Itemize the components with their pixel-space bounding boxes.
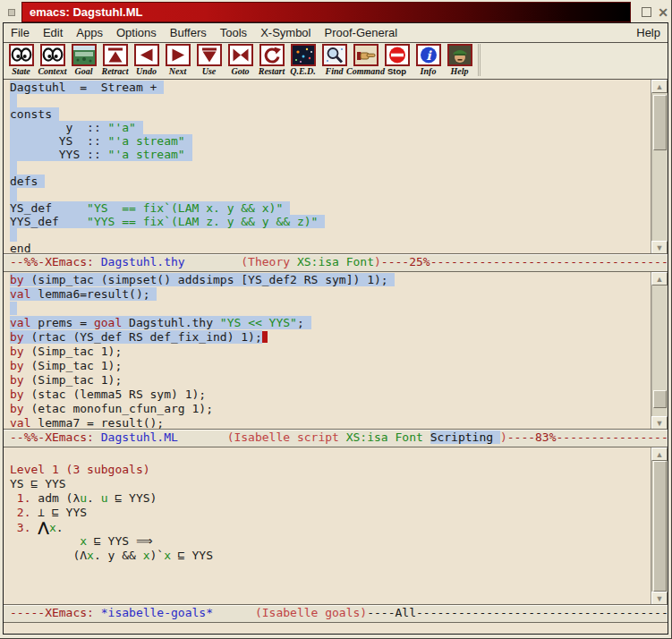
scrollbar-trough[interactable] [651,93,668,241]
xemacs-frame: emacs: Dagstuhl.ML ✕ FileEditAppsOptions… [0,0,672,639]
goals-buffer[interactable]: Level 1 (3 subgoals)YS ⊑ YYS 1. adm (λu.… [4,447,651,605]
menu-item-proof-general[interactable]: Proof-General [324,26,397,39]
toolbar-button-context[interactable]: Context [37,44,68,76]
buffer-line: val lemma7 = result(); [10,416,651,430]
processed-region-highlight: Dagstuhl = Stream + [10,81,164,94]
scroll-down-icon[interactable]: ▼ [651,592,668,605]
menu-item-apps[interactable]: Apps [76,26,103,39]
menu-item-help[interactable]: Help [636,26,660,39]
toolbar-button-label: Stop [387,66,406,76]
toolbar: State Context Goal Retract Undo Next Use… [4,43,668,80]
toolbar-button-goto[interactable]: Goto [225,44,256,76]
toolbar-button-restart[interactable]: Restart [256,44,287,76]
text-segment: by [10,345,24,358]
text-segment: defs [10,175,38,188]
menu-item-edit[interactable]: Edit [43,26,63,39]
scrollbar-thumb[interactable] [653,390,667,408]
buffer-line: 2. ⊥ ⊑ YYS [10,506,651,520]
close-icon[interactable]: ✕ [658,8,668,17]
text-segment: Level 1 (3 subgoals) [10,463,150,476]
text-segment: x [80,534,87,548]
buffer-line: by (Simp_tac 1); [10,345,651,359]
info-icon: i [416,44,441,66]
text-segment: x [87,549,94,562]
menu-item-buffers[interactable]: Buffers [170,26,207,39]
toolbar-button-stop[interactable]: Stop [381,44,413,76]
scrollbar-theory[interactable]: ▲▼ [651,80,668,254]
stop-icon [385,44,410,66]
text-cursor [262,331,268,343]
text-segment: by [10,402,24,415]
text-segment: . [56,521,64,534]
text-segment: 3. [10,521,38,534]
theory-buffer[interactable]: Dagstuhl = Stream + consts y :: "'a" YS … [4,80,651,254]
modeline-segment: ----83%---------------------------------… [507,430,668,444]
text-segment: x [164,549,171,562]
text-segment: . y && [94,549,143,562]
text-segment: y :: [10,121,108,134]
goto-icon [228,44,253,66]
text-segment: YS :: [10,134,108,148]
text-segment: (Λ [10,549,87,562]
text-segment: "YS == fix`(LAM x. y && x)" [87,201,283,215]
text-segment: YS_def [10,201,87,215]
toolbar-button-next[interactable]: Next [162,44,193,76]
modeline-segment: Scripting [430,430,500,444]
scroll-up-icon[interactable]: ▲ [651,272,668,285]
toolbar-button-state[interactable]: State [5,44,37,76]
toolbar-button-info[interactable]: iInfo [413,44,444,76]
modeline-segment [213,606,255,619]
text-segment: (simp_tac (simpset() addsimps [YS_def2 R… [24,273,388,286]
modeline-segment: (Theory [241,255,297,268]
modeline-script[interactable]: --%%-XEmacs: Dagstuhl.ML (Isabelle scrip… [4,430,668,447]
processed-region-highlight: YYS_def "YYS == fix`(LAM z. y && y && z)… [10,215,325,228]
script-buffer[interactable]: by (simp_tac (simpset() addsimps [YS_def… [4,272,651,430]
text-segment: lemma6=result(); [30,287,149,301]
maximize-icon[interactable] [642,7,651,17]
toolbar-button-help[interactable]: Help [444,44,475,76]
scrollbar-thumb[interactable] [653,461,667,592]
toolbar-button-undo[interactable]: Undo [131,44,162,76]
buffer-line: YYS_def "YYS == fix`(LAM z. y && y && z)… [10,215,651,228]
text-segment: ⊑ YYS [171,549,213,562]
toolbar-button-goal[interactable]: Goal [68,44,99,76]
scrollbar-trough[interactable] [651,285,668,416]
buffer-line: (Λx. y && x)`x ⊑ YYS [10,549,651,563]
scrollbar-thumb[interactable] [653,95,667,151]
scroll-down-icon[interactable]: ▼ [651,241,668,254]
menu-item-x-symbol[interactable]: X-Symbol [260,26,310,39]
scrollbar-script[interactable]: ▲▼ [651,272,668,430]
text-segment: x [143,549,150,562]
modeline-goals[interactable]: -----XEmacs: *isabelle-goals* (Isabelle … [4,605,668,623]
toolbar-button-qed[interactable]: Q.E.D. [287,44,319,76]
toolbar-button-find[interactable]: Find [319,44,350,76]
modeline-theory[interactable]: --%%-XEmacs: Dagstuhl.thy (Theory XS:isa… [4,254,668,272]
buffer-line: y :: "'a" [10,121,651,134]
buffer-line: consts [10,107,651,121]
text-segment: Dagstuhl.thy [122,316,220,329]
window-title: emacs: Dagstuhl.ML [30,5,142,19]
buffer-line: val prems = goal Dagstuhl.thy "YS << YYS… [10,316,651,330]
text-segment: u [101,491,108,505]
toolbar-button-use[interactable]: Use [193,44,225,76]
titlebar[interactable]: emacs: Dagstuhl.ML [21,2,631,22]
scroll-down-icon[interactable]: ▼ [651,416,668,430]
toolbar-button-retract[interactable]: Retract [99,44,131,76]
menu-item-options[interactable]: Options [116,26,157,39]
text-segment: (etac monofun_cfun_arg 1); [24,402,213,415]
retract-icon [103,44,128,66]
menu-item-file[interactable]: File [11,26,30,39]
menu-item-tools[interactable]: Tools [220,26,247,39]
text-segment: lemma7 = result(); [30,416,164,430]
processed-region-highlight: y :: "'a" [10,121,143,134]
processed-region-highlight: by (simp_tac (simpset() addsimps [YS_def… [10,273,395,286]
find-magnifier-icon [322,44,347,66]
toolbar-button-command[interactable]: Command [350,44,381,76]
scrollbar-goals[interactable]: ▲▼ [651,447,668,605]
scrollbar-trough[interactable] [651,461,668,592]
window-menu-button[interactable] [8,9,15,16]
minibuffer[interactable] [4,623,668,634]
processed-region-highlight: val lemma6=result(); [10,287,157,301]
scroll-up-icon[interactable]: ▲ [651,80,668,93]
scroll-up-icon[interactable]: ▲ [651,447,668,461]
